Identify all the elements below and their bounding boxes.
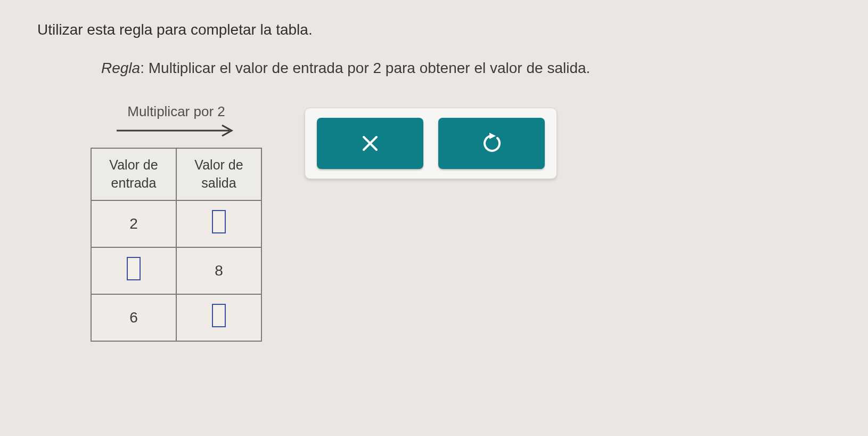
rule-line: Regla: Multiplicar el valor de entrada p…: [101, 60, 831, 77]
blank-input[interactable]: [212, 304, 226, 327]
blank-input[interactable]: [127, 257, 141, 280]
rule-label: Regla: [101, 60, 140, 76]
arrow-right-icon: [112, 123, 240, 138]
table-row: 8: [91, 247, 261, 294]
output-cell: 8: [176, 247, 261, 294]
reset-button[interactable]: [438, 118, 545, 169]
output-cell[interactable]: [176, 294, 261, 341]
table-caption: Multiplicar por 2: [127, 103, 225, 120]
header-input: Valor de entrada: [91, 148, 176, 200]
instruction-text: Utilizar esta regla para completar la ta…: [37, 21, 831, 38]
output-cell[interactable]: [176, 200, 261, 247]
input-cell[interactable]: [91, 247, 176, 294]
table-block: Multiplicar por 2 Valor de entrada Valor…: [91, 103, 262, 342]
svg-marker-3: [489, 133, 496, 139]
input-cell: 6: [91, 294, 176, 341]
table-row: 6: [91, 294, 261, 341]
table-row: 2: [91, 200, 261, 247]
reset-icon: [481, 133, 502, 154]
blank-input[interactable]: [212, 210, 226, 233]
button-panel: [305, 108, 557, 179]
close-button[interactable]: [317, 118, 423, 169]
close-icon: [361, 134, 380, 153]
input-cell: 2: [91, 200, 176, 247]
io-table: Valor de entrada Valor de salida 2 8 6: [91, 148, 262, 342]
header-output: Valor de salida: [176, 148, 261, 200]
rule-text: : Multiplicar el valor de entrada por 2 …: [140, 60, 590, 76]
